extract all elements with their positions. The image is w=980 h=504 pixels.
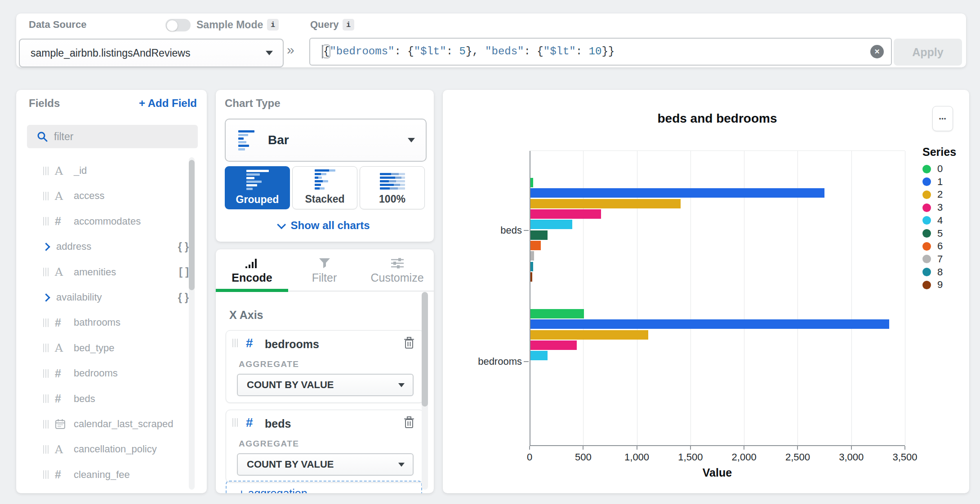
drag-handle-icon[interactable] bbox=[43, 268, 49, 276]
legend-item-7[interactable]: 7 bbox=[922, 253, 943, 265]
encode-scrollbar-track[interactable] bbox=[422, 292, 428, 490]
sample-mode-info-icon[interactable]: i bbox=[267, 19, 279, 31]
legend-item-8[interactable]: 8 bbox=[922, 266, 943, 278]
drag-handle-icon[interactable] bbox=[43, 192, 49, 200]
chevron-down-icon bbox=[398, 383, 405, 387]
legend-label: 8 bbox=[937, 266, 943, 278]
apply-button[interactable]: Apply bbox=[894, 39, 962, 66]
bar-beds-series-6[interactable] bbox=[530, 241, 541, 250]
query-token: 5 bbox=[459, 45, 465, 57]
trash-icon[interactable] bbox=[404, 337, 414, 349]
data-source-select[interactable]: sample_airbnb.listingsAndReviews bbox=[19, 39, 284, 67]
number-type-icon: # bbox=[55, 215, 68, 228]
legend-item-3[interactable]: 3 bbox=[922, 202, 943, 213]
field-item-amenities[interactable]: Aamenities[ ] bbox=[43, 260, 189, 285]
bar-beds-series-9[interactable] bbox=[530, 272, 532, 282]
legend: 0123456789 bbox=[922, 90, 967, 493]
bar-beds-series-7[interactable] bbox=[530, 251, 534, 261]
bar-bedrooms-series-1[interactable] bbox=[530, 319, 889, 329]
drag-handle-icon[interactable] bbox=[232, 339, 238, 347]
drag-handle-icon[interactable] bbox=[43, 217, 49, 225]
drag-handle-icon[interactable] bbox=[43, 167, 49, 175]
field-item-access[interactable]: Aaccess bbox=[43, 183, 189, 208]
field-item-bathrooms[interactable]: #bathrooms bbox=[43, 310, 189, 335]
bar-beds-series-8[interactable] bbox=[530, 262, 533, 271]
tab-filter[interactable]: Filter bbox=[288, 249, 361, 289]
legend-item-4[interactable]: 4 bbox=[922, 215, 943, 226]
legend-item-0[interactable]: 0 bbox=[922, 163, 943, 175]
chart-type-select[interactable]: Bar bbox=[225, 119, 427, 162]
field-item-availability[interactable]: availability{ } bbox=[43, 285, 189, 310]
bar-mode-group: Grouped Stacked 100% bbox=[225, 166, 425, 209]
drag-handle-icon[interactable] bbox=[43, 369, 49, 378]
show-all-charts-link[interactable]: Show all charts bbox=[216, 219, 434, 232]
drag-handle-icon[interactable] bbox=[43, 344, 49, 352]
drag-handle-icon[interactable] bbox=[43, 318, 49, 327]
field-item-beds[interactable]: #beds bbox=[43, 386, 189, 411]
field-item-address[interactable]: address{ } bbox=[43, 234, 189, 259]
string-type-icon: A bbox=[55, 443, 68, 456]
text-cursor bbox=[322, 45, 323, 58]
chevron-right-icon[interactable] bbox=[42, 293, 50, 301]
field-type-badge: { } bbox=[178, 292, 189, 304]
field-item-bed_type[interactable]: Abed_type bbox=[43, 336, 189, 361]
field-item-_id[interactable]: A_id bbox=[43, 158, 189, 183]
bar-beds-series-0[interactable] bbox=[530, 178, 533, 187]
drag-handle-icon[interactable] bbox=[232, 418, 238, 427]
x-tick-mark bbox=[797, 446, 798, 450]
drag-handle-icon[interactable] bbox=[43, 445, 49, 454]
sample-mode-toggle[interactable] bbox=[165, 19, 191, 31]
legend-item-9[interactable]: 9 bbox=[922, 279, 943, 291]
trash-icon[interactable] bbox=[404, 416, 414, 429]
field-item-cancellation_policy[interactable]: Acancellation_policy bbox=[43, 437, 189, 462]
drag-handle-icon[interactable] bbox=[43, 394, 49, 403]
add-aggregation-button[interactable]: + aggregation bbox=[226, 481, 422, 493]
chart-title: beds and bedrooms bbox=[530, 111, 905, 126]
legend-item-2[interactable]: 2 bbox=[922, 189, 943, 200]
number-type-icon: # bbox=[55, 367, 68, 380]
aggregate-select[interactable]: COUNT BY VALUE bbox=[237, 374, 414, 396]
mode-stacked-button[interactable]: Stacked bbox=[292, 166, 357, 209]
query-token: : bbox=[394, 45, 407, 57]
bar-beds-series-1[interactable] bbox=[530, 188, 824, 198]
tab-encode[interactable]: Encode bbox=[216, 249, 288, 289]
drag-handle-icon[interactable] bbox=[43, 420, 49, 429]
aggregate-select[interactable]: COUNT BY VALUE bbox=[237, 453, 414, 476]
mode-grouped-button[interactable]: Grouped bbox=[225, 166, 290, 209]
query-info-icon[interactable]: i bbox=[343, 19, 354, 31]
drag-handle-icon[interactable] bbox=[43, 470, 49, 479]
x-tick-label: 0 bbox=[527, 451, 532, 463]
clear-query-icon[interactable]: ✕ bbox=[870, 45, 884, 58]
field-item-accommodates[interactable]: #accommodates bbox=[43, 209, 189, 234]
bar-beds-series-4[interactable] bbox=[530, 220, 572, 229]
aggregate-label: AGGREGATE bbox=[239, 359, 299, 369]
tab-customize[interactable]: Customize bbox=[361, 249, 434, 289]
date-type-icon bbox=[55, 419, 68, 429]
chevron-right-icon[interactable] bbox=[42, 243, 50, 251]
field-item-bedrooms[interactable]: #bedrooms bbox=[43, 361, 189, 386]
legend-item-1[interactable]: 1 bbox=[922, 176, 943, 188]
query-label: Query bbox=[310, 19, 339, 31]
number-type-icon: # bbox=[55, 392, 68, 405]
number-type-icon: # bbox=[246, 336, 253, 350]
bar-bedrooms-series-4[interactable] bbox=[530, 351, 548, 360]
field-item-description[interactable]: Adescription bbox=[43, 487, 189, 493]
mode-100-button[interactable]: 100% bbox=[360, 166, 425, 209]
chart-type-title: Chart Type bbox=[225, 97, 281, 110]
field-item-calendar_last_scraped[interactable]: calendar_last_scraped bbox=[43, 411, 189, 437]
encode-scrollbar-thumb[interactable] bbox=[422, 292, 428, 407]
legend-item-5[interactable]: 5 bbox=[922, 228, 943, 239]
bar-bedrooms-series-2[interactable] bbox=[530, 330, 648, 340]
bar-beds-series-2[interactable] bbox=[530, 199, 681, 208]
field-item-cleaning_fee[interactable]: #cleaning_fee bbox=[43, 462, 189, 487]
bar-bedrooms-series-3[interactable] bbox=[530, 340, 577, 350]
bar-beds-series-5[interactable] bbox=[530, 230, 548, 240]
filter-funnel-icon bbox=[319, 258, 330, 269]
fields-scrollbar-thumb[interactable] bbox=[189, 160, 195, 290]
query-input[interactable]: {"bedrooms": {"$lt": 5}, "beds": {"$lt":… bbox=[309, 38, 892, 66]
fields-scrollbar-track[interactable] bbox=[189, 157, 195, 490]
bar-bedrooms-series-0[interactable] bbox=[530, 309, 584, 318]
legend-item-6[interactable]: 6 bbox=[922, 240, 943, 252]
bar-beds-series-3[interactable] bbox=[530, 209, 601, 219]
chart-card: beds and bedrooms ••• Series 0123456789 … bbox=[443, 90, 969, 493]
